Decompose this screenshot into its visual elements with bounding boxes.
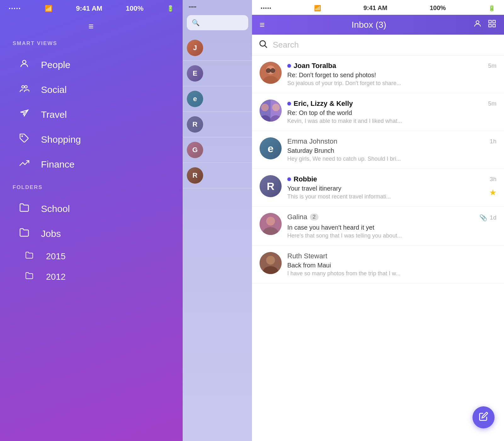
- finance-label: Finance: [41, 159, 75, 170]
- svg-point-3: [22, 136, 23, 137]
- middle-avatar-5: G: [187, 142, 203, 158]
- badge-galina: 2: [310, 214, 318, 220]
- svg-point-9: [260, 41, 266, 46]
- avatar-eric: [260, 100, 282, 122]
- middle-email-item-3: e: [183, 86, 252, 112]
- middle-email-item-5: G: [183, 137, 252, 163]
- unread-dot-eric: [287, 102, 291, 106]
- folder-school-icon: [16, 203, 32, 215]
- sidebar-item-travel[interactable]: Travel: [4, 103, 179, 126]
- folder-jobs-icon: [16, 227, 32, 240]
- compose-button[interactable]: [472, 406, 495, 428]
- preview-galina: Here's that song that I was telling you …: [287, 232, 496, 239]
- travel-label: Travel: [41, 109, 67, 120]
- svg-point-1: [22, 86, 24, 88]
- email-item-emma[interactable]: e Emma Johnston 1h Saturday Brunch Hey g…: [252, 131, 504, 169]
- left-phone: ••••• 📶 9:41 AM 100% 🔋 ≡ SMART VIEWS Peo…: [0, 0, 183, 441]
- svg-rect-5: [489, 20, 491, 23]
- right-battery-icon: 🔋: [488, 5, 495, 12]
- school-label: School: [41, 203, 70, 214]
- right-status-bar: ••••• 📶 9:41 AM 100% 🔋: [252, 0, 504, 15]
- email-item-eric[interactable]: Eric, Lizzy & Kelly 5m Re: On top of the…: [252, 93, 504, 131]
- sidebar-item-social[interactable]: Social: [4, 78, 179, 101]
- email-item-ruth[interactable]: Ruth Stewart Back from Maui I have so ma…: [252, 246, 504, 284]
- travel-icon: [16, 108, 32, 121]
- year-2015-label: 2015: [46, 251, 66, 261]
- jobs-label: Jobs: [41, 228, 61, 239]
- avatar-robbie: R: [260, 175, 282, 197]
- folder-2012-icon: [25, 272, 39, 282]
- email-top-row-galina: Galina 2 📎 1d: [287, 213, 496, 222]
- sidebar-item-2012[interactable]: 2012: [0, 266, 183, 287]
- compose-icon: [479, 412, 488, 423]
- right-signal-dots: •••••: [261, 6, 272, 11]
- email-content-joan: Joan Toralba 5m Re: Don't forget to send…: [287, 62, 496, 87]
- sender-row-joan: Joan Toralba: [287, 62, 336, 70]
- sender-robbie: Robbie: [294, 175, 317, 183]
- time-robbie: 3h: [490, 176, 496, 183]
- inbox-header: ≡ Inbox (3): [252, 15, 504, 35]
- battery-label: 100%: [126, 4, 143, 13]
- middle-avatar-1: J: [187, 40, 203, 56]
- sidebar-item-shopping[interactable]: Shopping: [4, 128, 179, 151]
- attachment-icon-galina: 📎: [479, 214, 487, 221]
- svg-point-2: [25, 86, 27, 88]
- avatar-joan: [260, 62, 282, 84]
- email-top-row-robbie: Robbie 3h: [287, 175, 496, 183]
- middle-search-bar: 🔍: [187, 15, 248, 30]
- email-item-robbie[interactable]: R Robbie 3h Your travel itinerary This i…: [252, 169, 504, 207]
- svg-rect-8: [493, 24, 495, 27]
- email-top-row-emma: Emma Johnston 1h: [287, 137, 496, 146]
- folders-label: FOLDERS: [0, 184, 183, 196]
- person-icon: [16, 59, 32, 71]
- middle-email-item-2: E: [183, 61, 252, 86]
- email-top-row-ruth: Ruth Stewart: [287, 252, 496, 260]
- finance-icon: [16, 158, 32, 170]
- time-eric: 5m: [488, 100, 496, 107]
- right-wifi-icon: 📶: [314, 5, 321, 12]
- sidebar-item-finance[interactable]: Finance: [4, 152, 179, 176]
- email-item-galina[interactable]: Galina 2 📎 1d In case you haven't heard …: [252, 207, 504, 246]
- inbox-menu-icon[interactable]: ≡: [260, 20, 265, 30]
- inbox-layout-icon[interactable]: [488, 19, 496, 30]
- email-item-joan[interactable]: Joan Toralba 5m Re: Don't forget to send…: [252, 55, 504, 93]
- svg-point-24: [266, 217, 275, 226]
- middle-avatar-6: R: [187, 167, 203, 184]
- search-bar[interactable]: Search: [252, 35, 504, 55]
- left-menu-button[interactable]: ≡: [0, 16, 183, 40]
- right-phone: ••••• 📶 9:41 AM 100% 🔋 ≡ Inbox (3) Searc…: [252, 0, 504, 441]
- star-icon-robbie: ★: [489, 188, 496, 198]
- signal-dots: •••••: [9, 6, 21, 11]
- email-content-eric: Eric, Lizzy & Kelly 5m Re: On top of the…: [287, 100, 496, 124]
- email-content-galina: Galina 2 📎 1d In case you haven't heard …: [287, 213, 496, 239]
- sidebar-item-2015[interactable]: 2015: [0, 246, 183, 266]
- svg-point-19: [261, 104, 269, 111]
- shopping-icon: [16, 133, 32, 146]
- svg-point-27: [266, 256, 275, 265]
- search-placeholder-text: Search: [273, 40, 299, 50]
- middle-email-item-4: R: [183, 112, 252, 137]
- sidebar-item-people[interactable]: People: [4, 53, 179, 77]
- middle-avatar-4: R: [187, 116, 203, 133]
- wifi-icon: 📶: [45, 5, 53, 12]
- svg-rect-6: [493, 20, 495, 23]
- svg-point-15: [271, 68, 275, 73]
- email-list: Joan Toralba 5m Re: Don't forget to send…: [252, 55, 504, 441]
- preview-joan: So jealous of your trip. Don't forget to…: [287, 80, 496, 87]
- middle-email-item-6: R: [183, 163, 252, 188]
- folder-2015-icon: [25, 251, 39, 261]
- email-content-robbie: Robbie 3h Your travel itinerary This is …: [287, 175, 496, 200]
- avatar-galina: [260, 213, 282, 235]
- middle-status-bar: •••••: [183, 0, 252, 13]
- unread-dot-joan: [287, 64, 291, 68]
- subject-emma: Saturday Brunch: [287, 147, 496, 154]
- sidebar-item-school[interactable]: School: [4, 197, 179, 220]
- subject-galina: In case you haven't heard it yet: [287, 224, 496, 231]
- middle-email-item-1: J: [183, 35, 252, 61]
- people-label: People: [41, 60, 70, 70]
- preview-robbie: This is your most recent travel informat…: [287, 193, 496, 200]
- smart-views-label: SMART VIEWS: [0, 40, 183, 52]
- avatar-ruth: [260, 252, 282, 274]
- inbox-profile-icon[interactable]: [473, 19, 482, 30]
- sidebar-item-jobs[interactable]: Jobs: [4, 222, 179, 245]
